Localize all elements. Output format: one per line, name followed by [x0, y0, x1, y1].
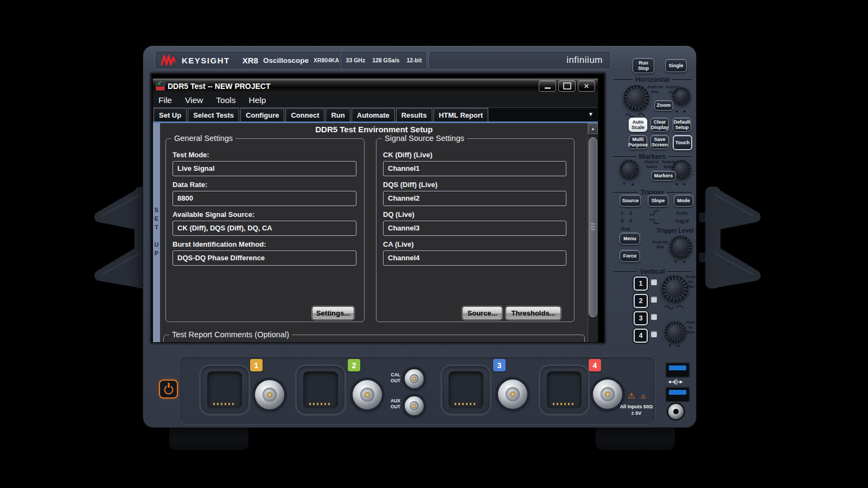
usb-port-2 [665, 387, 690, 402]
tab-overflow-dropdown-icon[interactable]: ▼ [588, 111, 593, 117]
source-button[interactable]: Source... [462, 306, 502, 320]
touch-button[interactable]: Touch [673, 135, 692, 150]
channel-4-button[interactable]: 4 [634, 329, 648, 343]
tab-results[interactable]: Results [396, 108, 432, 122]
channel-3-led [651, 314, 657, 320]
marker-a-arrows-icon: ▼ ▲ [621, 182, 638, 187]
horizontal-position-knob[interactable] [673, 87, 690, 105]
multi-purpose-button[interactable]: Multi Purpose [629, 135, 647, 149]
header-specs-panel: 33 GHz 128 GSa/s 12-bit [341, 51, 427, 69]
dq-label: DQ (Live) [383, 210, 414, 219]
tab-connect[interactable]: Connect [285, 108, 324, 122]
push-fine-label: Push for Fine [647, 85, 664, 95]
window-title: DDR5 Test -- NEW PROJECT [168, 82, 271, 91]
usb-port-1 [665, 362, 690, 378]
thresholds-button[interactable]: Thresholds... [506, 306, 561, 320]
scrollbar-thumb[interactable] [589, 137, 597, 317]
general-settings-legend: General Settings [171, 134, 235, 143]
minimize-button[interactable] [539, 80, 556, 92]
maximize-button[interactable] [558, 80, 576, 92]
scrollbar[interactable]: ▲ [588, 123, 598, 342]
spec-bits: 12-bit [406, 57, 422, 63]
falling-edge-icon [649, 219, 660, 224]
vertical-offset-knob[interactable] [665, 322, 686, 342]
clear-display-button[interactable]: Clear Display [650, 118, 669, 132]
trigger-auto-label: Auto [676, 210, 688, 216]
trigger-menu-button[interactable]: Menu [620, 233, 640, 245]
dq-value[interactable]: Channel3 [383, 221, 566, 236]
waveform-icon [624, 111, 649, 118]
close-button[interactable]: ✕ [578, 80, 595, 92]
menu-bar: File View Tools Help [153, 93, 598, 108]
channel-3-badge: 3 [493, 359, 506, 371]
zoom-button[interactable]: Zoom [654, 100, 673, 111]
tab-set-up[interactable]: Set Up [154, 108, 187, 122]
scroll-up-icon: ▲ [591, 126, 595, 131]
ca-value[interactable]: Channel4 [383, 251, 566, 266]
horizontal-label: Horizontal [635, 75, 670, 84]
channel-3-button[interactable]: 3 [634, 311, 648, 325]
vertical-section: Vertical [613, 267, 692, 275]
tab-automate[interactable]: Automate [352, 108, 395, 122]
settings-button[interactable]: Settings... [312, 306, 354, 320]
dqs-value[interactable]: Channel2 [383, 191, 566, 206]
front-panel-controls: Run Stop Single Horizontal Push for Fine… [609, 52, 696, 350]
all-inputs-line2: ± 5V [614, 410, 659, 417]
product-text: Oscilloscope [263, 56, 309, 65]
marker-a-knob[interactable] [620, 160, 639, 178]
menu-file[interactable]: File [158, 95, 172, 105]
minimize-icon [545, 87, 551, 89]
tab-html-report[interactable]: HTML Report [433, 108, 488, 122]
channel-2-button[interactable]: 2 [634, 294, 648, 308]
window-titlebar[interactable]: ✓ DDR5 Test -- NEW PROJECT ✕ [153, 79, 598, 93]
brand-text: KEYSIGHT [182, 56, 230, 65]
save-screen-button[interactable]: Save Screen [650, 135, 669, 149]
side-tab-set-up[interactable]: SET UP [153, 123, 160, 342]
warning-icon: ⚠ [628, 391, 635, 401]
data-rate-label: Data Rate: [173, 181, 207, 189]
vertical-scale-knob[interactable] [662, 275, 688, 301]
infiniium-logo: infiniium [566, 55, 603, 66]
trigger-mode-button[interactable]: Mode [674, 195, 693, 207]
dqs-label: DQS (Diff) (Live) [383, 181, 437, 189]
menu-view[interactable]: View [185, 95, 203, 105]
setup-page: DDR5 Test Environment Setup General Sett… [160, 123, 588, 342]
default-setup-button[interactable]: Default Setup [673, 118, 691, 132]
trigger-level-knob[interactable] [670, 236, 692, 258]
trigger-force-button[interactable]: Force [620, 250, 640, 262]
oscilloscope-body: KEYSIGHT XR8 Oscilloscope XR804KA 33 GHz… [143, 46, 696, 427]
signal-source-legend: Signal Source Settings [382, 134, 467, 143]
tab-bar: Set Up Select Tests Configure Connect Ru… [153, 107, 598, 122]
power-button[interactable] [159, 380, 178, 399]
channel-3-probe-slot [441, 364, 492, 415]
markers-button[interactable]: Markers [651, 171, 676, 181]
tab-run[interactable]: Run [326, 108, 350, 122]
single-button[interactable]: Single [665, 59, 687, 72]
menu-tools[interactable]: Tools [216, 95, 235, 105]
scroll-up-button[interactable]: ▲ [588, 123, 598, 134]
tab-select-tests[interactable]: Select Tests [188, 108, 239, 122]
model-number: XR804KA [314, 57, 339, 63]
menu-help[interactable]: Help [249, 95, 266, 105]
signal-source-value[interactable]: CK (Diff), DQS (Diff), DQ, CA [173, 221, 356, 236]
run-stop-button[interactable]: Run Stop [633, 58, 654, 73]
ck-value[interactable]: Channel1 [383, 161, 566, 176]
signal-source-group: Signal Source Settings CK (Diff) (Live) … [376, 138, 575, 322]
auto-scale-button[interactable]: Auto Scale [629, 118, 647, 132]
test-mode-value[interactable]: Live Signal [173, 161, 356, 176]
right-foot [596, 425, 675, 450]
channel-1-button[interactable]: 1 [634, 277, 648, 291]
horizontal-scale-knob[interactable] [624, 85, 649, 110]
app-window: ✓ DDR5 Test -- NEW PROJECT ✕ File View T… [153, 79, 598, 342]
left-foot [169, 425, 248, 450]
channel-2-led [651, 297, 657, 303]
trigger-source-button[interactable]: Source [620, 195, 641, 207]
trigger-slope-button[interactable]: Slope [648, 195, 668, 207]
markers-label: Markers [639, 152, 666, 160]
channel-3-input [498, 380, 527, 409]
burst-method-value[interactable]: DQS-DQ Phase Difference [173, 251, 356, 266]
vertical-push-zero-label: Push to Zero [685, 320, 696, 335]
data-rate-value[interactable]: 8800 [173, 191, 356, 206]
tab-configure[interactable]: Configure [240, 108, 284, 122]
spec-samplerate: 128 GSa/s [372, 57, 399, 63]
